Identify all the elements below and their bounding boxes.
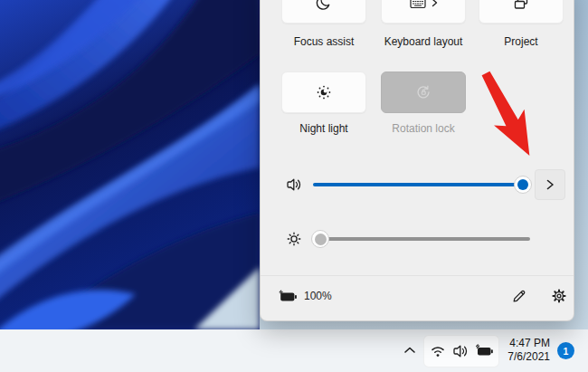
desktop-screenshot: 4:47 PM 7/6/2021 1 [0,0,588,372]
tile-focus-assist[interactable] [281,0,366,24]
tile-label-night-light: Night light [270,122,378,135]
moon-icon [315,0,333,12]
brightness-icon [285,230,303,248]
notification-count: 1 [564,346,569,357]
battery-charging-icon [474,342,494,360]
battery-charging-icon [278,289,298,303]
volume-slider-thumb[interactable] [514,176,532,194]
volume-slider-track[interactable] [313,183,528,186]
tile-label-keyboard-layout: Keyboard layout [369,35,478,48]
brightness-slider-thumb[interactable] [311,230,329,248]
tile-label-rotation-lock: Rotation lock [369,122,478,135]
edit-quick-settings-button[interactable] [507,283,532,309]
notification-badge[interactable]: 1 [557,342,574,359]
clock-time: 4:47 PM [507,337,550,350]
tile-project[interactable] [479,0,564,24]
speaker-icon [451,342,469,360]
settings-button[interactable] [546,283,572,309]
tile-label-project: Project [467,35,575,48]
volume-expand-button[interactable] [535,169,565,200]
chevron-up-icon [401,341,419,359]
clock[interactable]: 4:47 PM 7/6/2021 [507,337,550,364]
tile-keyboard-layout[interactable] [381,0,466,24]
quick-settings-panel: Focus assist Keyboard layout Project [260,0,574,321]
chevron-right-icon [431,0,439,8]
tile-rotation-lock[interactable] [381,72,466,113]
tray-overflow-button[interactable] [395,336,424,365]
wifi-icon [429,342,447,360]
clock-date: 7/6/2021 [507,350,550,364]
battery-percent-label: 100% [304,290,332,302]
gear-icon [550,287,568,305]
system-tray-button[interactable] [423,335,499,367]
taskbar: 4:47 PM 7/6/2021 [0,329,588,372]
speaker-icon [285,176,303,194]
tile-label-focus-assist: Focus assist [270,35,378,48]
project-icon [512,0,530,12]
chevron-right-icon [544,178,556,191]
night-light-icon [315,83,333,101]
brightness-slider-track[interactable] [313,237,530,241]
rotation-lock-icon [414,83,432,101]
footer-divider [261,275,574,276]
battery-status: 100% [278,287,332,305]
pencil-icon [510,287,528,305]
keyboard-icon [409,0,427,12]
tile-night-light[interactable] [281,72,366,113]
